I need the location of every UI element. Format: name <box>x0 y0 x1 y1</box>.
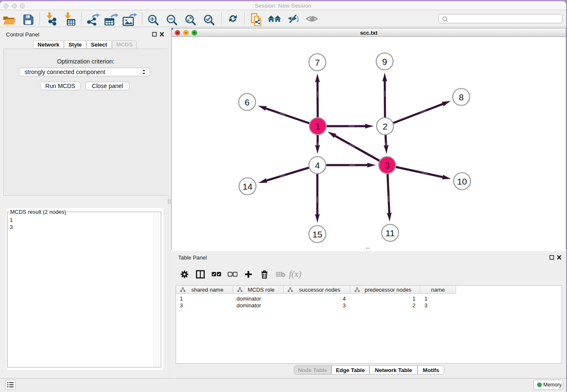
svg-text:8: 8 <box>459 92 464 102</box>
svg-text:11: 11 <box>385 228 395 238</box>
svg-text:4: 4 <box>315 160 320 170</box>
svg-text:6: 6 <box>245 97 250 107</box>
svg-text:9: 9 <box>382 57 387 66</box>
svg-text:15: 15 <box>312 229 322 239</box>
svg-text:2: 2 <box>383 121 388 131</box>
svg-text:10: 10 <box>457 177 467 186</box>
svg-text:14: 14 <box>242 182 253 191</box>
svg-text:3: 3 <box>385 160 390 170</box>
svg-text:7: 7 <box>315 58 320 67</box>
svg-text:1: 1 <box>315 121 320 131</box>
